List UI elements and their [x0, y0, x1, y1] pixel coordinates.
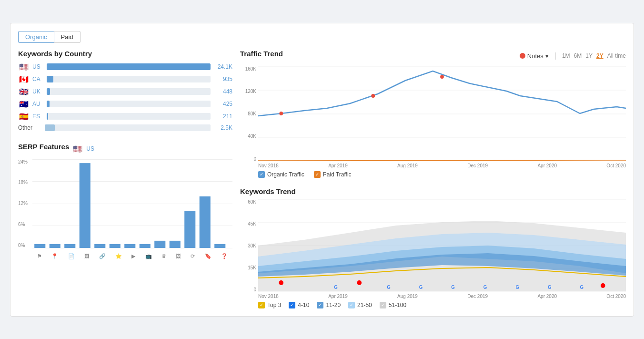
y-160k: 160K [240, 66, 256, 72]
icon-bookmark: 🔖 [205, 253, 211, 259]
serp-y-0: 0% [18, 243, 32, 248]
bar-fill-other [45, 124, 55, 131]
svg-line-18 [258, 160, 626, 161]
icon-link: 🔗 [99, 253, 106, 259]
flag-uk: 🇬🇧 [18, 87, 30, 96]
x-aug2019: Aug 2019 [397, 163, 418, 168]
serp-flag: 🇺🇸 [73, 144, 82, 154]
ky-45k: 45K [240, 221, 256, 226]
svg-rect-7 [140, 244, 151, 247]
legend-organic-label: Organic Traffic [267, 171, 304, 178]
bar-fill-uk [47, 88, 50, 95]
country-rows: 🇺🇸 US 24.1K 🇨🇦 CA 935 [18, 62, 232, 121]
kx-oct2020: Oct 2020 [606, 294, 626, 299]
serp-title-row: SERP Features 🇺🇸 US [18, 143, 232, 155]
svg-rect-11 [200, 196, 211, 247]
code-au: AU [32, 101, 44, 107]
keywords-by-country: Keywords by Country 🇺🇸 US 24.1K 🇨🇦 CA [18, 50, 232, 131]
time-1y[interactable]: 1Y [585, 52, 593, 59]
svg-text:G: G [548, 284, 552, 289]
bar-fill-au [47, 101, 50, 107]
time-all[interactable]: All time [607, 52, 626, 59]
svg-rect-12 [214, 244, 225, 247]
serp-country: US [86, 145, 94, 152]
country-row-ca: 🇨🇦 CA 935 [18, 75, 232, 84]
flag-au: 🇦🇺 [18, 100, 30, 109]
trend-header: Traffic Trend Notes ▾ | 1M 6M 1Y 2Y [240, 50, 626, 62]
ktrend-x-labels: Nov 2018 Apr 2019 Aug 2019 Dec 2019 Apr … [240, 294, 626, 299]
notes-chevron: ▾ [545, 52, 549, 60]
bar-ca [47, 76, 211, 82]
svg-rect-0 [34, 244, 45, 247]
kl-4-10-check: ✓ [289, 302, 295, 308]
tab-paid[interactable]: Paid [54, 31, 80, 43]
svg-text:G: G [515, 284, 519, 289]
kx-nov2018: Nov 2018 [258, 294, 279, 299]
tab-bar: Organic Paid [18, 31, 626, 43]
icon-pin: 📍 [51, 253, 58, 259]
country-row-uk: 🇬🇧 UK 448 [18, 87, 232, 96]
kl-11-20-label: 11-20 [326, 302, 341, 308]
serp-x-icons: ⚑ 📍 📄 🖼 🔗 ⭐ ▶ 📺 ♛ 🖼 ⟳ 🔖 ❓ [32, 253, 232, 259]
icon-crown: ♛ [161, 253, 166, 259]
country-row-us: 🇺🇸 US 24.1K [18, 62, 232, 72]
kl-top3-label: Top 3 [267, 302, 281, 308]
bar-fill-es [47, 113, 48, 120]
kl-51-100-check: ✓ [380, 302, 386, 308]
svg-rect-10 [184, 211, 195, 248]
value-au: 425 [213, 101, 232, 107]
other-label: Other [18, 124, 42, 131]
svg-rect-4 [94, 244, 105, 247]
kl-top3: ✓ Top 3 [258, 302, 281, 308]
bar-us [47, 63, 211, 70]
icon-img2: 🖼 [176, 253, 181, 259]
kl-21-50: ✓ 21-50 [348, 302, 372, 308]
svg-rect-1 [50, 244, 60, 247]
ky-30k: 30K [240, 243, 256, 248]
kl-4-10: ✓ 4-10 [289, 302, 309, 308]
y-120k: 120K [240, 89, 256, 94]
traffic-chart-svg [258, 66, 626, 162]
bar-uk [47, 88, 211, 95]
kl-21-50-label: 21-50 [357, 302, 372, 308]
kx-dec2019: Dec 2019 [467, 294, 488, 299]
svg-rect-9 [170, 240, 181, 247]
bar-es [47, 113, 211, 120]
kl-11-20-check: ✓ [317, 302, 323, 308]
kl-51-100-label: 51-100 [389, 302, 406, 308]
icon-flag: ⚑ [37, 253, 42, 259]
x-nov2018: Nov 2018 [258, 163, 279, 168]
notes-dot [520, 53, 525, 59]
right-panel: Traffic Trend Notes ▾ | 1M 6M 1Y 2Y [240, 50, 626, 308]
flag-es: 🇪🇸 [18, 112, 30, 121]
code-ca: CA [32, 76, 44, 82]
serp-y-6: 6% [18, 222, 32, 227]
y-0: 0 [240, 156, 256, 162]
country-row-au: 🇦🇺 AU 425 [18, 100, 232, 109]
notes-button[interactable]: Notes ▾ [520, 52, 549, 60]
country-row-es: 🇪🇸 ES 211 [18, 112, 232, 121]
keywords-trend: Keywords Trend 60K 45K 30K 15K 0 [240, 187, 626, 308]
icon-doc: 📄 [68, 253, 75, 259]
time-1m[interactable]: 1M [562, 52, 570, 59]
svg-text:G: G [451, 284, 455, 289]
time-6m[interactable]: 6M [574, 52, 582, 59]
svg-point-21 [440, 75, 444, 79]
icon-img: 🖼 [84, 253, 90, 259]
keywords-country-title: Keywords by Country [18, 50, 232, 58]
dashboard: Organic Paid Keywords by Country 🇺🇸 US 2… [10, 23, 634, 317]
tab-organic[interactable]: Organic [18, 31, 54, 43]
svg-text:G: G [419, 284, 423, 289]
legend-organic: ✓ Organic Traffic [258, 171, 304, 178]
time-buttons: 1M 6M 1Y 2Y All time [562, 52, 626, 59]
kx-aug2019: Aug 2019 [397, 294, 418, 299]
legend-paid: ✓ Paid Traffic [314, 171, 352, 178]
trend-controls: Notes ▾ | 1M 6M 1Y 2Y All time [520, 51, 626, 60]
svg-text:G: G [334, 284, 338, 289]
icon-star: ⭐ [115, 253, 122, 259]
time-2y[interactable]: 2Y [596, 52, 604, 59]
keywords-trend-title: Keywords Trend [240, 187, 626, 195]
svg-rect-8 [154, 240, 165, 247]
traffic-chart-wrapper: 160K 120K 80K 40K 0 [240, 66, 626, 168]
ktrend-legend: ✓ Top 3 ✓ 4-10 ✓ 11-20 ✓ 21-50 [240, 302, 626, 308]
